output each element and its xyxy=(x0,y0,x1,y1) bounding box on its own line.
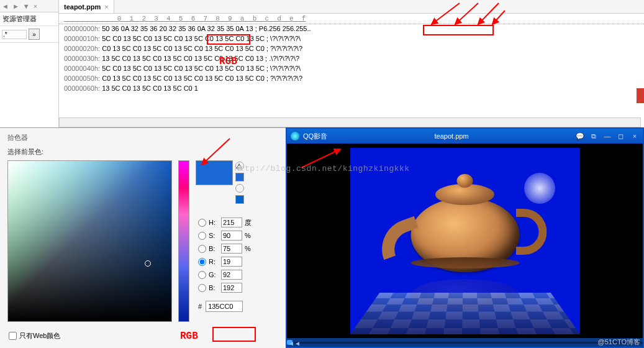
radio-h[interactable] xyxy=(198,219,206,227)
h-scrollbar[interactable] xyxy=(59,117,641,127)
web-only-checkbox[interactable] xyxy=(9,332,17,340)
picinpic-icon[interactable]: ⧉ xyxy=(589,132,598,140)
input-h[interactable] xyxy=(221,218,242,227)
web-only-label: 只有Web颜色 xyxy=(19,331,60,341)
swatch-old-small[interactable] xyxy=(235,173,244,181)
filter-go-button[interactable]: » xyxy=(29,29,40,40)
player-brand: QQ影音 xyxy=(303,132,327,141)
swatch-websafe[interactable] xyxy=(235,195,244,204)
picker-title: 拾色器 xyxy=(7,133,278,142)
radio-r[interactable] xyxy=(198,258,206,266)
label-h: H: xyxy=(209,219,219,226)
rewind-icon[interactable]: ◄◄ xyxy=(288,340,301,347)
close-icon[interactable]: × xyxy=(104,3,108,11)
websafe-icon xyxy=(235,184,244,193)
input-bv[interactable] xyxy=(221,244,242,254)
radio-s[interactable] xyxy=(198,232,206,240)
close-icon[interactable]: × xyxy=(630,132,639,140)
hex-column-header: 0 1 2 3 4 5 6 7 8 9 a b c d e f xyxy=(59,14,644,24)
picker-marker-icon[interactable] xyxy=(145,260,151,267)
input-r[interactable] xyxy=(221,257,242,267)
maximize-icon[interactable]: ◻ xyxy=(617,132,625,140)
tab-drop-icon[interactable]: ▼ xyxy=(21,2,32,10)
minimize-icon[interactable]: — xyxy=(603,132,612,140)
player-filename: teapot.ppm xyxy=(435,132,469,140)
label-r: R: xyxy=(209,258,219,265)
input-g[interactable] xyxy=(221,270,242,280)
rendered-image xyxy=(350,148,580,334)
seek-bar[interactable]: ◄◄ xyxy=(287,338,643,347)
input-s[interactable] xyxy=(221,231,242,240)
color-picker-dialog: 拾色器 选择前景色: ⚠ xyxy=(0,127,286,348)
radio-b[interactable] xyxy=(198,284,206,292)
explorer-title: 资源管理器 xyxy=(0,12,58,26)
hex-editor: teapot.ppm × 0 1 2 3 4 5 6 7 8 9 a b c d… xyxy=(59,0,644,127)
label-s: S: xyxy=(209,232,219,239)
radio-bv[interactable] xyxy=(198,245,206,253)
media-player-window: QQ影音 teapot.ppm 💬 ⧉ — ◻ × xyxy=(286,127,644,348)
unit-h: 度 xyxy=(245,218,252,227)
label-g: G: xyxy=(209,271,219,278)
player-logo-icon xyxy=(291,132,299,140)
tab-label: teapot.ppm xyxy=(64,3,101,11)
unit-bv: % xyxy=(245,245,251,252)
color-field[interactable] xyxy=(7,160,172,322)
watermark-text: http://blog.csdn.net/kinghzkingkkk xyxy=(234,164,409,173)
picker-subtitle: 选择前景色: xyxy=(7,147,278,157)
swatch-new[interactable] xyxy=(196,160,233,185)
hue-slider[interactable] xyxy=(178,160,189,322)
radio-g[interactable] xyxy=(198,271,206,279)
hex-dump[interactable]: 00000000h: 50 36 0A 32 35 36 20 32 35 36… xyxy=(59,24,644,94)
annotation-rgb: RGB xyxy=(219,56,237,67)
tab-prev-icon[interactable]: ◄ xyxy=(0,2,11,10)
label-b: B: xyxy=(209,284,219,291)
label-hex: # xyxy=(198,303,202,310)
credit-text: @51CTO博客 xyxy=(598,337,640,347)
tab-close-icon[interactable]: × xyxy=(32,2,39,10)
input-hex[interactable] xyxy=(206,301,243,312)
annotation-rgb-2: RGB xyxy=(180,331,198,342)
side-close-tab[interactable] xyxy=(637,88,644,103)
label-bv: B: xyxy=(209,245,219,252)
chat-icon[interactable]: 💬 xyxy=(576,132,584,140)
filter-input[interactable] xyxy=(2,30,27,39)
file-tab[interactable]: teapot.ppm × xyxy=(59,0,114,13)
tab-next-icon[interactable]: ► xyxy=(11,2,21,10)
unit-s: % xyxy=(245,232,251,239)
annotation-box-hex xyxy=(212,327,256,342)
explorer-panel: ◄ ► ▼ × 资源管理器 » xyxy=(0,0,59,127)
input-b[interactable] xyxy=(221,283,242,293)
